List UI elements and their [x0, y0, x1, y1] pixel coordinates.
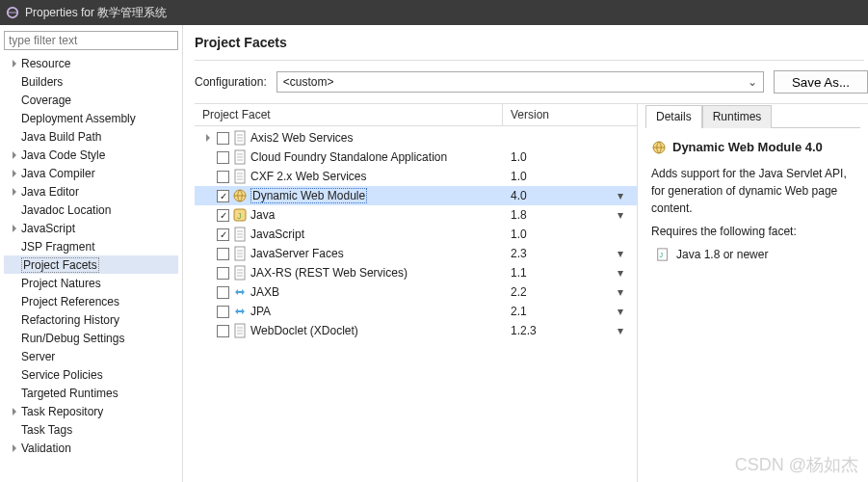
facet-row[interactable]: JavaServer Faces2.3▾	[195, 244, 637, 263]
facet-row[interactable]: JJava1.8▾	[195, 205, 637, 225]
sidebar-item[interactable]: Targeted Runtimes	[4, 384, 178, 402]
facet-version: 1.8	[511, 208, 527, 222]
facet-label: JavaScript	[250, 228, 304, 241]
chevron-down-icon[interactable]: ▾	[618, 208, 627, 222]
sidebar-item[interactable]: JavaScript	[4, 219, 178, 237]
sidebar-item[interactable]: Resource	[4, 54, 178, 72]
facet-label: JAXB	[250, 285, 279, 299]
filter-input[interactable]	[4, 31, 178, 50]
facet-label: Dynamic Web Module	[250, 188, 367, 203]
sidebar-item[interactable]: Server	[4, 347, 178, 365]
facet-version: 1.1	[511, 266, 527, 280]
sidebar-item[interactable]: Project Facets	[4, 255, 178, 274]
chevron-right-icon	[10, 407, 19, 416]
doc-icon	[232, 149, 248, 165]
facet-row[interactable]: Cloud Foundry Standalone Application1.0	[195, 147, 637, 167]
configuration-combo[interactable]: <custom> ⌄	[276, 71, 764, 93]
sidebar-item[interactable]: Java Compiler	[4, 164, 178, 182]
sidebar-item[interactable]: Java Build Path	[4, 127, 178, 146]
chevron-down-icon[interactable]: ▾	[618, 285, 627, 299]
column-header-version[interactable]: Version	[511, 108, 549, 121]
sidebar-item[interactable]: Java Editor	[4, 182, 178, 201]
chevron-down-icon[interactable]: ▾	[618, 247, 627, 260]
sidebar-item-label: Project References	[21, 295, 119, 308]
chevron-right-icon	[10, 169, 19, 178]
doc-icon	[232, 265, 248, 281]
facet-row[interactable]: JAX-RS (REST Web Services)1.1▾	[195, 263, 637, 282]
sidebar-item[interactable]: Task Tags	[4, 420, 178, 439]
configuration-value: <custom>	[283, 75, 334, 89]
facet-version: 4.0	[511, 189, 527, 202]
facet-checkbox[interactable]	[217, 151, 229, 164]
sidebar-item-label: Targeted Runtimes	[21, 387, 118, 400]
chevron-right-icon	[10, 150, 19, 160]
facet-row[interactable]: WebDoclet (XDoclet)1.2.3▾	[195, 321, 637, 340]
save-as-button[interactable]: Save As...	[774, 70, 868, 94]
facet-checkbox[interactable]	[217, 209, 229, 222]
facet-row[interactable]: JAXB2.2▾	[195, 282, 637, 302]
doc-icon	[232, 130, 248, 146]
configuration-label: Configuration:	[195, 75, 267, 89]
chevron-down-icon[interactable]: ▾	[618, 305, 627, 318]
sidebar-item[interactable]: Project Natures	[4, 274, 178, 292]
chevron-down-icon[interactable]: ▾	[618, 324, 627, 337]
sidebar-item-label: Resource	[21, 57, 70, 70]
sidebar-item-label: Server	[21, 350, 55, 363]
sidebar-item[interactable]: Java Code Style	[4, 146, 178, 164]
chevron-down-icon[interactable]: ▾	[618, 189, 627, 202]
facet-row[interactable]: Axis2 Web Services	[195, 128, 637, 147]
facet-label: JavaServer Faces	[250, 247, 344, 260]
sidebar-item[interactable]: Service Policies	[4, 365, 178, 384]
facet-checkbox[interactable]	[217, 267, 229, 280]
sidebar-item[interactable]: Deployment Assembly	[4, 109, 178, 127]
category-sidebar: ResourceBuildersCoverageDeployment Assem…	[0, 25, 183, 482]
doc-icon	[232, 227, 248, 242]
sidebar-item-label: Builders	[21, 75, 63, 89]
facet-row[interactable]: Dynamic Web Module4.0▾	[195, 186, 637, 205]
tab-runtimes[interactable]: Runtimes	[702, 105, 773, 128]
jaxb-icon	[232, 304, 248, 319]
sidebar-item-label: Validation	[21, 442, 71, 455]
sidebar-item-label: Deployment Assembly	[21, 112, 136, 125]
facet-checkbox[interactable]	[217, 190, 229, 202]
facet-checkbox[interactable]	[217, 248, 229, 260]
jaxb-icon	[232, 284, 248, 300]
sidebar-item[interactable]: Project References	[4, 292, 178, 310]
facet-row[interactable]: JavaScript1.0	[195, 225, 637, 244]
sidebar-item[interactable]: Coverage	[4, 91, 178, 109]
chevron-down-icon[interactable]: ▾	[618, 266, 627, 280]
sidebar-item[interactable]: JSP Fragment	[4, 237, 178, 255]
java-icon: J	[232, 207, 248, 223]
facet-checkbox[interactable]	[217, 171, 229, 183]
facet-checkbox[interactable]	[217, 228, 229, 241]
sidebar-item-label: Java Code Style	[21, 148, 105, 162]
facet-checkbox[interactable]	[217, 132, 229, 145]
facet-version: 2.2	[511, 285, 527, 299]
sidebar-item-label: Project Facets	[21, 257, 99, 273]
sidebar-item[interactable]: Validation	[4, 439, 178, 457]
sidebar-item[interactable]: Refactoring History	[4, 310, 178, 329]
column-header-facet[interactable]: Project Facet	[195, 104, 503, 125]
sidebar-item-label: Run/Debug Settings	[21, 332, 124, 345]
facet-label: JAX-RS (REST Web Services)	[250, 266, 408, 280]
facet-version: 1.0	[511, 150, 527, 164]
facet-checkbox[interactable]	[217, 286, 229, 299]
sidebar-item[interactable]: Javadoc Location	[4, 201, 178, 219]
facet-checkbox[interactable]	[217, 325, 229, 337]
window-title: Properties for 教学管理系统	[25, 5, 167, 21]
facet-version: 1.0	[511, 228, 527, 241]
facet-row[interactable]: CXF 2.x Web Services1.0	[195, 167, 637, 186]
facet-label: JPA	[250, 305, 271, 318]
sidebar-item[interactable]: Task Repository	[4, 402, 178, 420]
sidebar-item-label: Java Editor	[21, 185, 79, 199]
sidebar-item[interactable]: Builders	[4, 72, 178, 91]
sidebar-item-label: JavaScript	[21, 222, 75, 235]
globe-icon	[232, 188, 248, 203]
svg-text:J: J	[660, 251, 664, 257]
facet-version: 1.0	[511, 170, 527, 183]
sidebar-item[interactable]: Run/Debug Settings	[4, 329, 178, 347]
tab-details[interactable]: Details	[645, 105, 702, 128]
facet-row[interactable]: JPA2.1▾	[195, 302, 637, 321]
facet-checkbox[interactable]	[217, 306, 229, 318]
sidebar-item-label: Task Repository	[21, 405, 103, 418]
